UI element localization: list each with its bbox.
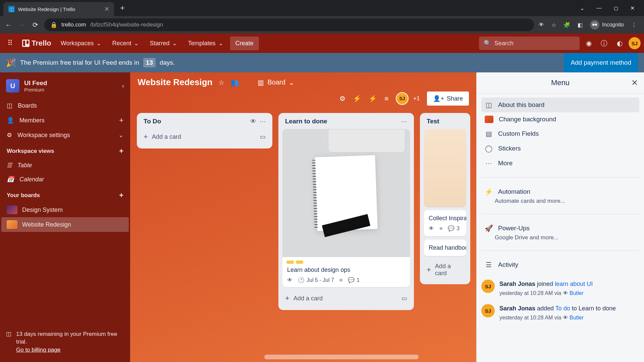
add-card-button[interactable]: + Add a card ▭	[282, 291, 410, 306]
template-icon[interactable]: ▭	[260, 133, 266, 140]
activity-via-link[interactable]: Butler	[570, 290, 584, 296]
back-button[interactable]: ←	[4, 21, 13, 29]
add-payment-button[interactable]: Add payment method	[564, 53, 638, 72]
lists-container[interactable]: To Do 👁 ⋯ + Add a card ▭ Learn to done ⋯	[130, 110, 476, 362]
trello-logo[interactable]: Trello	[19, 39, 54, 48]
view-switcher[interactable]: ▥ Board ⌄	[258, 78, 294, 86]
theme-icon[interactable]: ◐	[613, 37, 626, 50]
list-title[interactable]: Learn to done	[285, 118, 398, 125]
list-menu-icon[interactable]: ⋯	[260, 118, 266, 125]
tab-title: Website Redesign | Trello	[18, 6, 101, 12]
sidebar-view-calendar[interactable]: 📅 Calendar	[0, 172, 130, 186]
add-view-icon[interactable]: +	[119, 147, 123, 156]
activity-avatar[interactable]: SJ	[481, 280, 495, 293]
extensions-icon[interactable]: 🧩	[564, 22, 570, 28]
add-card-button[interactable]: + Add a card	[424, 259, 466, 280]
billing-link[interactable]: Go to billing page	[16, 347, 60, 353]
label-yellow[interactable]	[286, 260, 294, 264]
eye-icon: 👁	[563, 315, 568, 320]
side-panel-icon[interactable]: ◧	[578, 22, 583, 28]
board-title[interactable]: Website Redesign	[138, 77, 212, 87]
maximize-icon[interactable]: ◻	[614, 5, 618, 11]
member-avatar[interactable]: SJ	[396, 92, 409, 105]
list-menu-icon[interactable]: ⋯	[401, 118, 407, 125]
board-toolbar: ⚙ ⚡ ⚡ ≡ SJ +1 👤+ Share	[130, 89, 476, 110]
search-input[interactable]: 🔍 Search	[479, 37, 580, 50]
menu-more[interactable]: ⋯ More	[481, 156, 639, 171]
tracking-protection-icon[interactable]: 👁	[539, 22, 544, 28]
activity-user: Sarah Jonas	[499, 281, 535, 287]
collapse-sidebar-icon[interactable]: ‹	[122, 82, 124, 89]
card-read-handbook[interactable]: Read handbook	[424, 240, 466, 256]
menu-activity[interactable]: ☰ Activity	[481, 257, 639, 272]
visibility-icon[interactable]: 👥	[230, 78, 239, 86]
activity-via-link[interactable]: Butler	[570, 315, 584, 320]
label-yellow[interactable]	[296, 260, 303, 264]
add-board-icon[interactable]: +	[119, 191, 123, 200]
close-tab-icon[interactable]: ✕	[104, 5, 109, 13]
table-icon: ☰	[7, 162, 12, 169]
recent-menu[interactable]: Recent⌄	[108, 37, 143, 50]
card-learn-design-ops[interactable]: Learn about design ops 👁 🕐 Jul 5 - Jul 7…	[282, 129, 410, 287]
card-cover-color	[424, 129, 466, 207]
menu-about-board[interactable]: ◫ About this board	[481, 98, 639, 112]
board-view-icon: ▥	[258, 78, 264, 86]
fields-icon: ▤	[485, 130, 493, 138]
share-button[interactable]: 👤+ Share	[427, 92, 469, 106]
sidebar-view-table[interactable]: ☰ Table	[0, 158, 130, 172]
bookmark-icon[interactable]: ☆	[551, 22, 556, 28]
trial-footer: ◫ 13 days remaining in your Premium free…	[0, 325, 130, 357]
url-input[interactable]: 🔒 trello.com/b/lzcfSh4q/website-redesign	[44, 18, 534, 31]
powerups-icon[interactable]: ⚙	[339, 95, 345, 103]
filter-icon[interactable]: ≡	[384, 95, 388, 103]
automation-icon[interactable]: ⚡	[353, 95, 361, 103]
star-icon[interactable]: ☆	[218, 78, 224, 86]
help-icon[interactable]: ⓘ	[598, 37, 610, 50]
card-collect-inspiration-body[interactable]: Collect Inspiration 👁 ≡ 💬 3	[424, 210, 466, 236]
menu-change-background[interactable]: Change background	[481, 112, 639, 126]
browser-menu-icon[interactable]: ⋮	[631, 22, 637, 28]
template-icon[interactable]: ▭	[401, 295, 407, 302]
reload-button[interactable]: ⟳	[31, 21, 40, 29]
incognito-badge[interactable]: 🕶 Incognito	[590, 20, 624, 29]
menu-custom-fields[interactable]: ▤ Custom Fields	[481, 126, 639, 141]
watch-icon[interactable]: 👁	[250, 118, 256, 125]
new-tab-button[interactable]: ＋	[119, 3, 126, 13]
activity-link[interactable]: To do	[555, 305, 570, 312]
add-card-button[interactable]: + Add a card ▭	[141, 129, 268, 144]
activity-avatar[interactable]: SJ	[481, 304, 495, 317]
calendar-icon: 📅	[7, 176, 14, 183]
sidebar-members[interactable]: 👤 Members +	[0, 113, 130, 128]
sidebar-settings[interactable]: ⚙ Workspace settings ⌄	[0, 128, 130, 142]
menu-powerups[interactable]: 🚀 Power-Ups	[481, 221, 639, 236]
close-menu-icon[interactable]: ✕	[631, 78, 638, 87]
sidebar-board-website-redesign[interactable]: Website Redesign	[1, 217, 129, 232]
account-avatar[interactable]: SJ	[629, 37, 641, 49]
bolt-icon[interactable]: ⚡	[369, 95, 377, 103]
menu-stickers[interactable]: ◯ Stickers	[481, 141, 639, 156]
app-switcher-icon[interactable]: ⠿	[3, 36, 17, 50]
close-window-icon[interactable]: ✕	[630, 5, 635, 11]
notifications-icon[interactable]: ◉	[582, 37, 595, 50]
browser-tab[interactable]: ◫ Website Redesign | Trello ✕	[3, 2, 114, 16]
eye-icon: 👁	[563, 290, 568, 296]
list-title[interactable]: Test	[427, 118, 464, 125]
add-member-icon[interactable]: +	[119, 116, 123, 125]
templates-menu[interactable]: Templates⌄	[184, 37, 227, 50]
sidebar-board-design-system[interactable]: Design System	[1, 202, 129, 217]
workspace-header[interactable]: U UI Feed Premium ‹	[0, 77, 130, 99]
activity-link[interactable]: learn about UI	[555, 281, 593, 287]
minimize-icon[interactable]: —	[596, 5, 602, 11]
sidebar-boards[interactable]: ◫ Boards	[0, 99, 130, 113]
workspaces-menu[interactable]: Workspaces⌄	[57, 37, 106, 50]
card-collect-inspiration[interactable]	[424, 129, 466, 207]
starred-menu[interactable]: Starred⌄	[146, 37, 181, 50]
list-title[interactable]: To Do	[144, 118, 247, 125]
chevron-down-icon: ⌄	[96, 40, 101, 47]
forward-button[interactable]: →	[17, 21, 26, 29]
create-button[interactable]: Create	[230, 37, 259, 50]
trello-logo-icon	[22, 40, 30, 47]
horizontal-scrollbar[interactable]	[264, 355, 419, 359]
menu-automation[interactable]: ⚡ Automation	[481, 184, 639, 199]
tab-search-icon[interactable]: ⌄	[580, 5, 584, 11]
